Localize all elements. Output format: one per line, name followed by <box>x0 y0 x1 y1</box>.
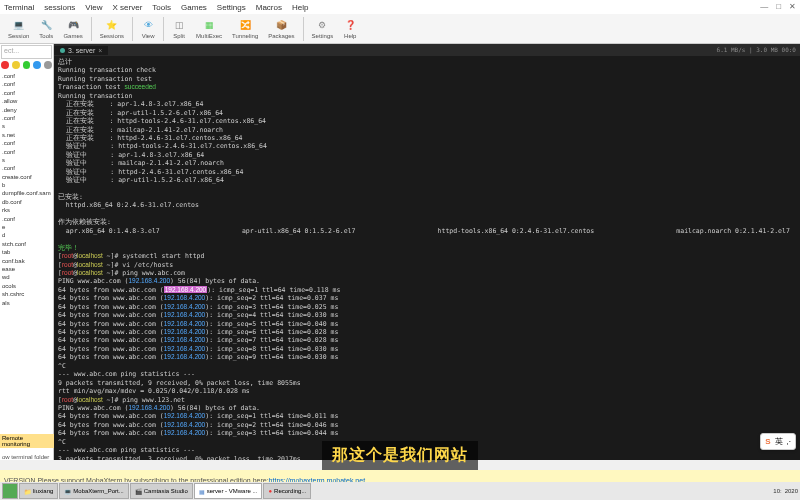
file-item[interactable]: .conf <box>2 72 51 80</box>
menu-bar: TerminalsessionsViewX serverToolsGamesSe… <box>0 0 800 14</box>
side-icon-row <box>0 60 53 70</box>
task-camtasia-studio[interactable]: 🎬Camtasia Studio <box>130 483 193 499</box>
close-icon[interactable]: ✕ <box>789 2 796 11</box>
menu-macros[interactable]: Macros <box>256 3 282 12</box>
menu-tools[interactable]: Tools <box>152 3 171 12</box>
tools-icon: 🔧 <box>39 18 53 32</box>
file-item[interactable]: .conf <box>2 80 51 88</box>
minimize-icon[interactable]: — <box>760 2 768 11</box>
task-icon: 📁 <box>24 488 31 495</box>
dot-red-icon[interactable] <box>1 61 9 69</box>
file-item[interactable]: wd <box>2 273 51 281</box>
file-item[interactable]: d <box>2 231 51 239</box>
search-input[interactable]: ect... <box>1 45 52 59</box>
system-tray[interactable]: 10:2020 <box>773 488 798 494</box>
maximize-icon[interactable]: □ <box>776 2 781 11</box>
tool-multiexec[interactable]: ▦MultiExec <box>192 18 226 39</box>
tool-tunneling[interactable]: 🔀Tunneling <box>228 18 262 39</box>
menu-terminal[interactable]: Terminal <box>4 3 34 12</box>
tool-session[interactable]: 💻Session <box>4 18 33 39</box>
dot-grey-icon[interactable] <box>44 61 52 69</box>
view-icon: 👁 <box>141 18 155 32</box>
file-item[interactable]: .conf <box>2 89 51 97</box>
ime-logo-icon: S <box>765 437 770 446</box>
task-recording-[interactable]: ●Recording... <box>263 483 311 499</box>
file-item[interactable]: .conf <box>2 164 51 172</box>
file-item[interactable]: b <box>2 181 51 189</box>
new-terminal-label[interactable]: ow terminal folder <box>2 454 49 460</box>
toolbar: 💻Session🔧Tools🎮Games⭐Sessions👁View◫Split… <box>0 14 800 44</box>
menu-settings[interactable]: Settings <box>217 3 246 12</box>
dot-green-icon[interactable] <box>23 61 31 69</box>
ime-punct: ,· <box>787 437 791 446</box>
packages-icon: 📦 <box>274 18 288 32</box>
tab-title: 3. server <box>68 47 95 54</box>
window-controls[interactable]: — □ ✕ <box>760 2 796 11</box>
file-item[interactable]: conf.bak <box>2 257 51 265</box>
task-server-vmware-[interactable]: ▦server - VMware ... <box>194 483 263 499</box>
file-item[interactable]: .conf <box>2 114 51 122</box>
tool-split[interactable]: ◫Split <box>168 18 190 39</box>
tool-settings[interactable]: ⚙Settings <box>308 18 338 39</box>
menu-x server[interactable]: X server <box>113 3 143 12</box>
file-item[interactable]: sh.cshrc <box>2 290 51 298</box>
file-tree[interactable]: .conf.conf.conf.allow.deny.confss.net.co… <box>0 70 53 309</box>
tool-sessions[interactable]: ⭐Sessions <box>96 18 128 39</box>
settings-icon: ⚙ <box>315 18 329 32</box>
file-item[interactable]: .conf <box>2 215 51 223</box>
terminal-pane: 3. server × 6.1 MB/s | 3.0 MB 00:0 总计 Ru… <box>54 44 800 460</box>
ime-widget[interactable]: S 英 ,· <box>760 433 796 450</box>
file-item[interactable]: .conf <box>2 139 51 147</box>
dot-blue-icon[interactable] <box>33 61 41 69</box>
task-mobaxterm-port-[interactable]: 💻MobaXterm_Port... <box>59 483 128 499</box>
file-item[interactable]: e <box>2 223 51 231</box>
tool-view[interactable]: 👁View <box>137 18 159 39</box>
task-icon: 💻 <box>64 488 71 495</box>
dot-yellow-icon[interactable] <box>12 61 20 69</box>
help-icon: ❓ <box>343 18 357 32</box>
file-item[interactable]: rks <box>2 206 51 214</box>
split-icon: ◫ <box>172 18 186 32</box>
tool-help[interactable]: ❓Help <box>339 18 361 39</box>
sessions-icon: ⭐ <box>105 18 119 32</box>
terminal-icon <box>60 48 65 53</box>
sidebar: ect... .conf.conf.conf.allow.deny.confss… <box>0 44 54 460</box>
tunneling-icon: 🔀 <box>238 18 252 32</box>
file-item[interactable]: .allow <box>2 97 51 105</box>
task-liuxiang[interactable]: 📁liuxiang <box>19 483 58 499</box>
file-item[interactable]: db.conf <box>2 198 51 206</box>
file-item[interactable]: s.net <box>2 131 51 139</box>
menu-games[interactable]: Games <box>181 3 207 12</box>
file-item[interactable]: stch.conf <box>2 240 51 248</box>
file-item[interactable]: tab <box>2 248 51 256</box>
task-icon: ▦ <box>199 488 205 495</box>
file-item[interactable]: s <box>2 122 51 130</box>
file-item[interactable]: .conf <box>2 148 51 156</box>
file-item[interactable]: s <box>2 156 51 164</box>
file-item[interactable]: dumpfile.conf.sample <box>2 189 51 197</box>
taskbar: 📁liuxiang💻MobaXterm_Port...🎬Camtasia Stu… <box>0 482 800 500</box>
ime-lang: 英 <box>775 436 783 447</box>
file-item[interactable]: ocols <box>2 282 51 290</box>
tab-server[interactable]: 3. server × <box>54 46 108 55</box>
terminal-output[interactable]: 总计 Running transaction check Running tra… <box>54 56 800 460</box>
tray-time: 10: <box>773 488 781 494</box>
remote-monitoring-label[interactable]: Remote monitoring <box>0 434 54 448</box>
tab-close-icon[interactable]: × <box>98 47 102 54</box>
video-subtitle: 那这个是我们网站 <box>322 441 478 470</box>
transfer-status: 6.1 MB/s | 3.0 MB 00:0 <box>717 46 796 53</box>
file-item[interactable]: ease <box>2 265 51 273</box>
tool-packages[interactable]: 📦Packages <box>264 18 298 39</box>
file-item[interactable]: als <box>2 299 51 307</box>
task-icon: 🎬 <box>135 488 142 495</box>
tool-tools[interactable]: 🔧Tools <box>35 18 57 39</box>
start-button[interactable] <box>2 483 18 499</box>
tool-games[interactable]: 🎮Games <box>59 18 86 39</box>
session-icon: 💻 <box>12 18 26 32</box>
menu-help[interactable]: Help <box>292 3 308 12</box>
task-icon: ● <box>268 488 272 494</box>
file-item[interactable]: .deny <box>2 106 51 114</box>
file-item[interactable]: create.conf <box>2 173 51 181</box>
menu-view[interactable]: View <box>85 3 102 12</box>
menu-sessions[interactable]: sessions <box>44 3 75 12</box>
